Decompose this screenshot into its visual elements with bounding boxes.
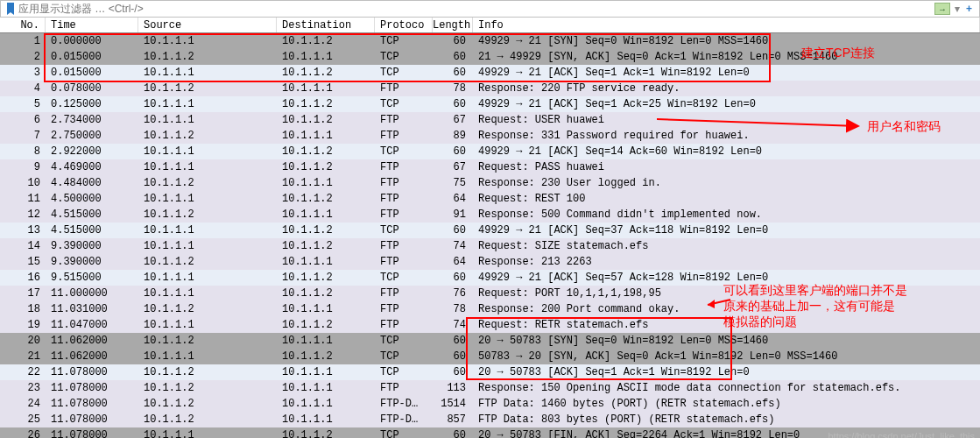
cell-time: 4.515000 xyxy=(46,207,138,223)
packet-row[interactable]: 134.51500010.1.1.110.1.1.2TCP6049929 → 2… xyxy=(0,223,980,238)
packet-row[interactable]: 82.92200010.1.1.110.1.1.2TCP6049929 → 21… xyxy=(0,144,980,159)
cell-info: 49929 → 21 [ACK] Seq=57 Ack=128 Win=8192… xyxy=(473,270,980,286)
cell-no: 11 xyxy=(0,191,46,207)
cell-length: 60 xyxy=(433,270,473,286)
cell-protocol: TCP xyxy=(375,223,433,238)
packet-row[interactable]: 2411.07800010.1.1.210.1.1.1FTP-D…1514FTP… xyxy=(0,396,980,412)
packet-row[interactable]: 30.01500010.1.1.110.1.1.2TCP6049929 → 21… xyxy=(0,65,980,81)
cell-source: 10.1.1.2 xyxy=(138,254,277,270)
cell-protocol: FTP xyxy=(375,317,433,333)
packet-row[interactable]: 2511.07800010.1.1.210.1.1.1FTP-D…857FTP … xyxy=(0,412,980,427)
add-filter-button[interactable]: + xyxy=(962,3,976,15)
cell-time: 2.922000 xyxy=(46,144,138,159)
cell-destination: 10.1.1.2 xyxy=(277,112,375,128)
cell-protocol: TCP xyxy=(375,427,433,438)
cell-source: 10.1.1.1 xyxy=(138,427,277,438)
cell-destination: 10.1.1.2 xyxy=(277,223,375,238)
packet-row[interactable]: 2211.07800010.1.1.210.1.1.1TCP6020 → 507… xyxy=(0,364,980,380)
cell-info: 49929 → 21 [ACK] Seq=37 Ack=118 Win=8192… xyxy=(473,223,980,238)
packet-row[interactable]: 1811.03100010.1.1.210.1.1.1FTP78Response… xyxy=(0,301,980,317)
cell-destination: 10.1.1.1 xyxy=(277,207,375,223)
packet-row[interactable]: 159.39000010.1.1.210.1.1.1FTP64Response:… xyxy=(0,254,980,270)
cell-length: 64 xyxy=(433,191,473,207)
bookmark-icon[interactable] xyxy=(4,3,17,15)
packet-row[interactable]: 62.73400010.1.1.110.1.1.2FTP67Request: U… xyxy=(0,112,980,128)
cell-info: Response: 230 User logged in. xyxy=(473,175,980,191)
cell-source: 10.1.1.1 xyxy=(138,112,277,128)
col-source[interactable]: Source xyxy=(138,18,277,32)
col-info[interactable]: Info xyxy=(473,18,980,32)
cell-time: 9.515000 xyxy=(46,270,138,286)
cell-destination: 10.1.1.1 xyxy=(277,128,375,144)
cell-source: 10.1.1.2 xyxy=(138,175,277,191)
cell-info: Request: PASS huawei xyxy=(473,159,980,175)
cell-source: 10.1.1.1 xyxy=(138,96,277,112)
cell-destination: 10.1.1.2 xyxy=(277,65,375,81)
col-destination[interactable]: Destination xyxy=(277,18,375,32)
packet-row[interactable]: 169.51500010.1.1.110.1.1.2TCP6049929 → 2… xyxy=(0,270,980,286)
packet-row[interactable]: 2111.06200010.1.1.110.1.1.2TCP6050783 → … xyxy=(0,349,980,364)
cell-no: 18 xyxy=(0,301,46,317)
col-length[interactable]: Length xyxy=(433,18,473,32)
cell-destination: 10.1.1.1 xyxy=(277,301,375,317)
packet-row[interactable]: 10.00000010.1.1.110.1.1.2TCP6049929 → 21… xyxy=(0,33,980,49)
cell-protocol: FTP xyxy=(375,191,433,207)
packet-row[interactable]: 149.39000010.1.1.110.1.1.2FTP74Request: … xyxy=(0,238,980,254)
cell-no: 23 xyxy=(0,380,46,396)
expression-chip[interactable]: → xyxy=(934,3,950,15)
cell-info: Request: RETR statemach.efs xyxy=(473,317,980,333)
cell-time: 4.500000 xyxy=(46,191,138,207)
cell-destination: 10.1.1.2 xyxy=(277,427,375,438)
packet-list: No. Time Source Destination Protoco Leng… xyxy=(0,18,980,438)
packet-row[interactable]: 114.50000010.1.1.110.1.1.2FTP64Request: … xyxy=(0,191,980,207)
packet-row[interactable]: 50.12500010.1.1.110.1.1.2TCP6049929 → 21… xyxy=(0,96,980,112)
cell-time: 0.000000 xyxy=(46,33,138,49)
cell-time: 11.078000 xyxy=(46,412,138,427)
cell-source: 10.1.1.1 xyxy=(138,317,277,333)
cell-no: 1 xyxy=(0,33,46,49)
col-time[interactable]: Time xyxy=(46,18,138,32)
cell-source: 10.1.1.2 xyxy=(138,301,277,317)
cell-protocol: TCP xyxy=(375,49,433,65)
dropdown-icon[interactable]: ▾ xyxy=(952,3,962,15)
cell-protocol: TCP xyxy=(375,144,433,159)
cell-destination: 10.1.1.1 xyxy=(277,81,375,96)
packet-row[interactable]: 20.01500010.1.1.210.1.1.1TCP6021 → 49929… xyxy=(0,49,980,65)
cell-protocol: FTP xyxy=(375,207,433,223)
packet-row[interactable]: 104.48400010.1.1.210.1.1.1FTP75Response:… xyxy=(0,175,980,191)
cell-destination: 10.1.1.2 xyxy=(277,33,375,49)
packet-row[interactable]: 1911.04700010.1.1.110.1.1.2FTP74Request:… xyxy=(0,317,980,333)
cell-protocol: TCP xyxy=(375,65,433,81)
packet-row[interactable]: 2311.07800010.1.1.210.1.1.1FTP113Respons… xyxy=(0,380,980,396)
cell-info: Response: 150 Opening ASCII mode data co… xyxy=(473,380,980,396)
cell-info: Response: 213 2263 xyxy=(473,254,980,270)
cell-source: 10.1.1.2 xyxy=(138,207,277,223)
cell-time: 4.469000 xyxy=(46,159,138,175)
cell-length: 60 xyxy=(433,223,473,238)
cell-protocol: FTP xyxy=(375,159,433,175)
cell-protocol: TCP xyxy=(375,333,433,349)
cell-no: 13 xyxy=(0,223,46,238)
cell-protocol: FTP xyxy=(375,238,433,254)
packet-row[interactable]: 1711.00000010.1.1.110.1.1.2FTP76Request:… xyxy=(0,286,980,301)
cell-time: 0.078000 xyxy=(46,81,138,96)
cell-protocol: FTP xyxy=(375,380,433,396)
cell-destination: 10.1.1.2 xyxy=(277,159,375,175)
packet-row[interactable]: 72.75000010.1.1.210.1.1.1FTP89Response: … xyxy=(0,128,980,144)
display-filter-input[interactable] xyxy=(17,3,933,15)
cell-length: 78 xyxy=(433,301,473,317)
packet-row[interactable]: 40.07800010.1.1.210.1.1.1FTP78Response: … xyxy=(0,81,980,96)
cell-time: 11.047000 xyxy=(46,317,138,333)
packet-row[interactable]: 2011.06200010.1.1.210.1.1.1TCP6020 → 507… xyxy=(0,333,980,349)
packet-row[interactable]: 124.51500010.1.1.210.1.1.1FTP91Response:… xyxy=(0,207,980,223)
cell-info: 49929 → 21 [ACK] Seq=1 Ack=1 Win=8192 Le… xyxy=(473,65,980,81)
cell-destination: 10.1.1.1 xyxy=(277,254,375,270)
col-no[interactable]: No. xyxy=(0,18,46,32)
column-header-row[interactable]: No. Time Source Destination Protoco Leng… xyxy=(0,18,980,33)
cell-no: 9 xyxy=(0,159,46,175)
cell-destination: 10.1.1.2 xyxy=(277,317,375,333)
col-protocol[interactable]: Protoco xyxy=(375,18,433,32)
cell-info: FTP Data: 1460 bytes (PORT) (RETR statem… xyxy=(473,396,980,412)
cell-info: 49929 → 21 [SYN] Seq=0 Win=8192 Len=0 MS… xyxy=(473,33,980,49)
packet-row[interactable]: 94.46900010.1.1.110.1.1.2FTP67Request: P… xyxy=(0,159,980,175)
